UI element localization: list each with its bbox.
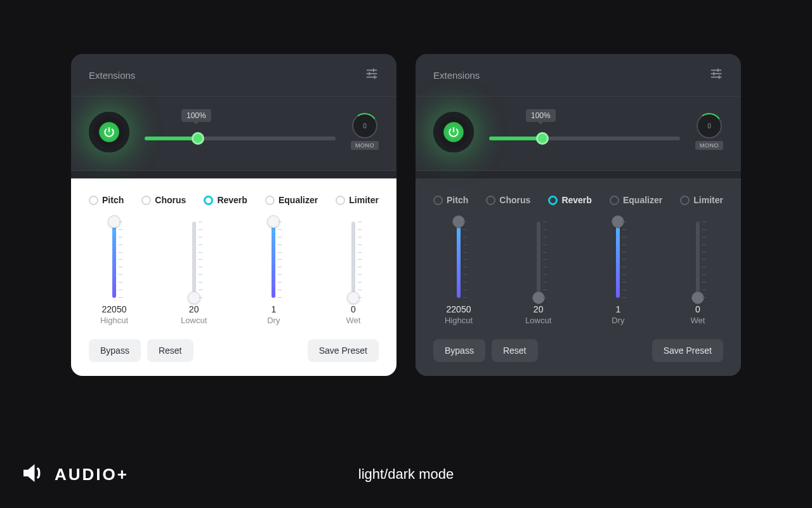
slider-value: 20 — [534, 304, 544, 314]
panel-title: Extensions — [89, 70, 135, 81]
volume-slider[interactable]: 100% — [145, 112, 336, 152]
svg-rect-10 — [713, 72, 714, 76]
tab-label: Pitch — [447, 195, 468, 205]
tab-limiter[interactable]: Limiter — [680, 195, 723, 205]
slider-dry[interactable]: 1Dry — [593, 222, 643, 325]
radio-icon — [89, 196, 98, 205]
svg-rect-1 — [367, 73, 377, 74]
slider-value: 22050 — [102, 304, 127, 314]
tab-pitch[interactable]: Pitch — [89, 195, 124, 205]
volume-thumb[interactable] — [192, 132, 204, 145]
button-row: Bypass Reset Save Preset — [433, 339, 723, 362]
slider-label: Lowcut — [181, 316, 207, 325]
divider — [71, 171, 396, 178]
mono-label: MONO — [695, 141, 723, 150]
mode-caption: light/dark mode — [358, 466, 454, 483]
main-controls: 100% 0 MONO — [71, 97, 396, 171]
svg-rect-6 — [711, 70, 722, 71]
save-preset-button[interactable]: Save Preset — [308, 339, 379, 362]
slider-highcut[interactable]: 22050Highcut — [433, 222, 484, 325]
sliders-icon[interactable] — [365, 67, 379, 83]
svg-rect-5 — [374, 76, 376, 79]
slider-dry[interactable]: 1Dry — [248, 222, 299, 325]
power-button[interactable] — [89, 112, 129, 152]
tab-limiter[interactable]: Limiter — [336, 195, 379, 205]
volume-slider[interactable]: 100% — [489, 112, 680, 152]
radio-icon — [548, 196, 558, 205]
svg-rect-9 — [717, 69, 719, 72]
slider-label: Wet — [346, 316, 361, 325]
effect-tabs: PitchChorusReverbEqualizerLimiter — [89, 195, 379, 205]
tab-chorus[interactable]: Chorus — [486, 195, 530, 205]
slider-value: 1 — [271, 304, 276, 314]
radio-icon — [336, 196, 345, 205]
sliders-icon[interactable] — [709, 67, 723, 83]
effect-sliders: 22050Highcut20Lowcut1Dry0Wet — [433, 222, 723, 325]
slider-label: Highcut — [100, 316, 128, 325]
tab-label: Pitch — [102, 195, 124, 205]
button-row: Bypass Reset Save Preset — [89, 339, 379, 362]
tab-label: Reverb — [217, 195, 247, 205]
radio-icon — [433, 196, 443, 205]
radio-icon — [610, 196, 619, 205]
volume-tooltip: 100% — [181, 109, 211, 122]
slider-value: 0 — [695, 304, 700, 314]
svg-rect-4 — [369, 72, 370, 76]
bypass-button[interactable]: Bypass — [89, 339, 141, 362]
radio-icon — [141, 196, 151, 205]
tab-label: Limiter — [693, 195, 723, 205]
svg-rect-2 — [367, 77, 377, 78]
mono-dial[interactable]: 0 MONO — [351, 114, 379, 150]
effect-tabs: PitchChorusReverbEqualizerLimiter — [433, 195, 723, 205]
bypass-button[interactable]: Bypass — [433, 339, 485, 362]
tab-label: Equalizer — [278, 195, 318, 205]
extensions-panel-light: Extensions 100% 0 MONO — [71, 54, 396, 376]
tab-equalizer[interactable]: Equalizer — [265, 195, 318, 205]
save-preset-button[interactable]: Save Preset — [652, 339, 723, 362]
panel-header: Extensions — [416, 54, 741, 97]
speaker-icon — [19, 460, 46, 489]
brand-text: AUDIO+ — [55, 465, 129, 485]
slider-value: 0 — [351, 304, 356, 314]
tab-label: Equalizer — [623, 195, 662, 205]
mono-label: MONO — [351, 141, 379, 150]
svg-rect-8 — [711, 77, 722, 78]
reset-button[interactable]: Reset — [492, 339, 538, 362]
effect-sliders: 22050Highcut20Lowcut1Dry0Wet — [89, 222, 379, 325]
slider-value: 20 — [189, 304, 199, 314]
svg-rect-3 — [373, 69, 374, 72]
slider-label: Highcut — [445, 316, 473, 325]
slider-lowcut[interactable]: 20Lowcut — [513, 222, 564, 325]
main-controls: 100% 0 MONO — [416, 97, 741, 171]
power-button[interactable] — [433, 112, 474, 152]
slider-highcut[interactable]: 22050Highcut — [89, 222, 140, 325]
tab-pitch[interactable]: Pitch — [433, 195, 468, 205]
svg-rect-7 — [711, 73, 722, 74]
volume-thumb[interactable] — [536, 132, 549, 145]
radio-icon — [486, 196, 495, 205]
slider-lowcut[interactable]: 20Lowcut — [169, 222, 219, 325]
extensions-panel-dark: Extensions 100% 0 MONO — [416, 54, 741, 376]
tab-equalizer[interactable]: Equalizer — [610, 195, 662, 205]
radio-icon — [680, 196, 690, 205]
slider-wet[interactable]: 0Wet — [328, 222, 379, 325]
tab-chorus[interactable]: Chorus — [141, 195, 186, 205]
tab-reverb[interactable]: Reverb — [204, 195, 247, 205]
tab-reverb[interactable]: Reverb — [548, 195, 591, 205]
tab-label: Reverb — [561, 195, 591, 205]
slider-label: Lowcut — [525, 316, 551, 325]
reset-button[interactable]: Reset — [147, 339, 193, 362]
panel-body-light: PitchChorusReverbEqualizerLimiter 22050H… — [71, 178, 396, 376]
slider-label: Dry — [612, 316, 624, 325]
svg-rect-11 — [719, 76, 720, 79]
slider-value: 22050 — [447, 304, 471, 314]
svg-rect-0 — [367, 70, 377, 71]
tab-label: Chorus — [155, 195, 186, 205]
radio-icon — [265, 196, 275, 205]
footer: AUDIO+ light/dark mode — [0, 460, 812, 489]
tab-label: Limiter — [349, 195, 379, 205]
brand: AUDIO+ — [19, 460, 129, 489]
slider-wet[interactable]: 0Wet — [672, 222, 723, 325]
divider — [416, 171, 741, 178]
mono-dial[interactable]: 0 MONO — [695, 114, 723, 150]
